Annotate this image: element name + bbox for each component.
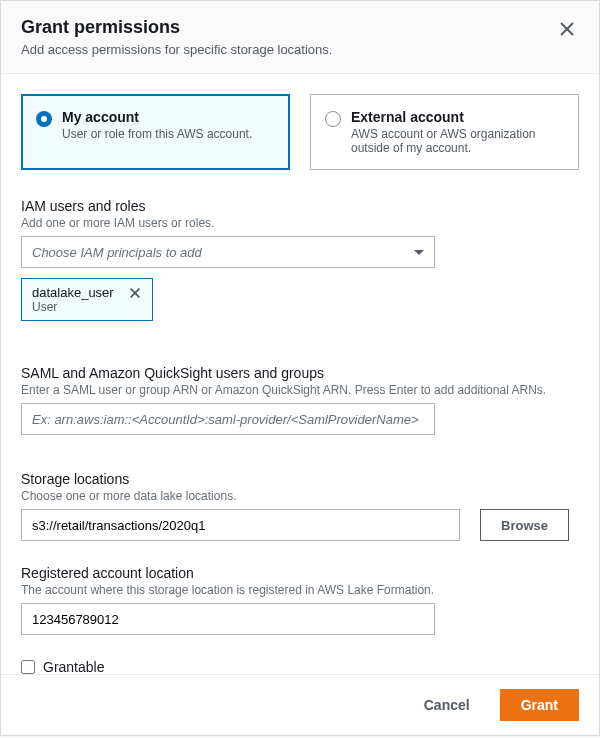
external-account-radio[interactable]: External account AWS account or AWS orga… bbox=[310, 94, 579, 170]
iam-label: IAM users and roles bbox=[21, 198, 579, 214]
close-icon bbox=[559, 21, 575, 37]
saml-label: SAML and Amazon QuickSight users and gro… bbox=[21, 365, 579, 381]
token-type: User bbox=[32, 300, 114, 314]
grantable-label[interactable]: Grantable bbox=[43, 659, 104, 674]
grant-button[interactable]: Grant bbox=[500, 689, 579, 721]
dialog-subtitle: Add access permissions for specific stor… bbox=[21, 42, 332, 57]
external-account-desc: AWS account or AWS organization outside … bbox=[351, 127, 564, 155]
registered-help: The account where this storage location … bbox=[21, 583, 579, 597]
dialog-footer: Cancel Grant bbox=[1, 674, 599, 735]
iam-principals-select[interactable]: Choose IAM principals to add bbox=[21, 236, 435, 268]
storage-field-group: Storage locations Choose one or more dat… bbox=[21, 471, 579, 541]
cancel-button[interactable]: Cancel bbox=[404, 689, 490, 721]
saml-field-group: SAML and Amazon QuickSight users and gro… bbox=[21, 365, 579, 435]
radio-icon bbox=[325, 111, 341, 127]
storage-help: Choose one or more data lake locations. bbox=[21, 489, 579, 503]
my-account-label: My account bbox=[62, 109, 252, 125]
radio-icon bbox=[36, 111, 52, 127]
saml-help: Enter a SAML user or group ARN or Amazon… bbox=[21, 383, 579, 397]
registered-account-input[interactable] bbox=[21, 603, 435, 635]
close-icon bbox=[128, 286, 142, 300]
iam-token: datalake_user User bbox=[21, 278, 153, 321]
dialog-body: My account User or role from this AWS ac… bbox=[1, 74, 599, 674]
close-button[interactable] bbox=[555, 17, 579, 44]
browse-button[interactable]: Browse bbox=[480, 509, 569, 541]
storage-location-input[interactable] bbox=[21, 509, 460, 541]
registered-field-group: Registered account location The account … bbox=[21, 565, 579, 635]
my-account-radio[interactable]: My account User or role from this AWS ac… bbox=[21, 94, 290, 170]
iam-placeholder: Choose IAM principals to add bbox=[32, 245, 202, 260]
dialog-header: Grant permissions Add access permissions… bbox=[1, 1, 599, 74]
chevron-down-icon bbox=[414, 250, 424, 255]
token-name: datalake_user bbox=[32, 285, 114, 300]
iam-help: Add one or more IAM users or roles. bbox=[21, 216, 579, 230]
grant-permissions-dialog: Grant permissions Add access permissions… bbox=[0, 0, 600, 736]
token-remove-button[interactable] bbox=[128, 286, 142, 303]
my-account-desc: User or role from this AWS account. bbox=[62, 127, 252, 141]
external-account-label: External account bbox=[351, 109, 564, 125]
registered-label: Registered account location bbox=[21, 565, 579, 581]
grantable-checkbox[interactable] bbox=[21, 660, 35, 674]
grantable-checkbox-row: Grantable bbox=[21, 659, 579, 674]
saml-arn-input[interactable] bbox=[21, 403, 435, 435]
account-type-radio-group: My account User or role from this AWS ac… bbox=[21, 94, 579, 170]
iam-field-group: IAM users and roles Add one or more IAM … bbox=[21, 198, 579, 321]
storage-label: Storage locations bbox=[21, 471, 579, 487]
dialog-title: Grant permissions bbox=[21, 17, 332, 38]
